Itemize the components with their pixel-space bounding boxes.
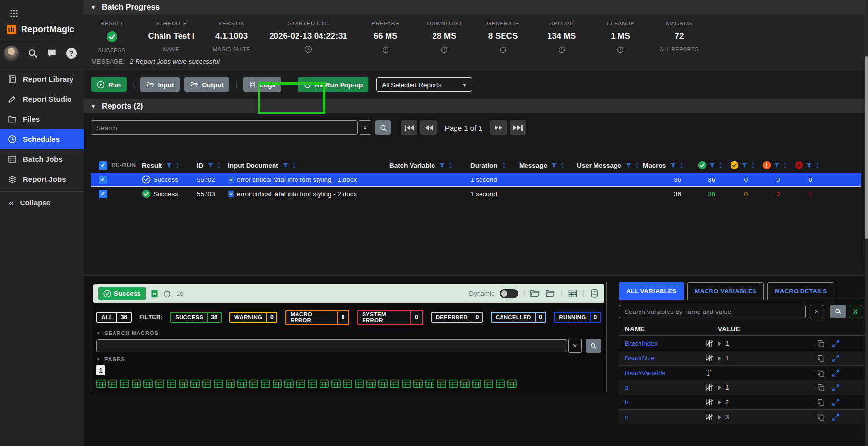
variable-name-link[interactable]: BatchSize [619,355,700,362]
clear-macro-search-button[interactable]: × [568,339,582,353]
macro-result-icon[interactable] [155,379,164,388]
sort-icon[interactable] [679,162,684,169]
filter-funnel-icon[interactable] [806,162,812,169]
rerun-checkbox[interactable]: ✓ [99,190,107,198]
macro-result-icon[interactable] [320,379,329,388]
macro-result-icon[interactable] [226,379,235,388]
folder-open-icon[interactable] [545,289,555,299]
export-excel-button[interactable]: X [849,305,862,318]
macro-result-icon[interactable] [237,379,247,388]
column-header-status-warning[interactable] [728,161,760,170]
macro-result-icon[interactable] [284,379,294,388]
search-macros-section[interactable]: ▼ SEARCH MACROS [91,328,606,337]
macro-result-icon[interactable] [472,379,481,388]
table-view-icon[interactable] [568,289,578,298]
pages-section[interactable]: ▼ PAGES [91,355,606,363]
column-header-status-success[interactable] [696,161,728,170]
macro-result-icon[interactable] [167,379,176,388]
macro-result-icon[interactable] [460,379,470,388]
macro-result-icon[interactable] [296,379,305,388]
sidebar-item-schedules[interactable]: Schedules [0,129,84,149]
sidebar-item-report-studio[interactable]: Report Studio [0,89,84,109]
user-avatar[interactable] [4,46,19,61]
filter-funnel-icon[interactable] [774,162,780,169]
vertical-scrollbar[interactable] [865,0,868,446]
sort-icon[interactable] [216,162,222,169]
expand-icon[interactable] [832,413,840,421]
rerun-popup-button[interactable]: Re-Run Pop-up [298,77,368,92]
sort-icon[interactable] [291,162,297,169]
macro-result-icon[interactable] [190,379,200,388]
column-header-status-error[interactable] [760,161,793,170]
filter-funnel-icon[interactable] [741,162,748,169]
search-icon[interactable] [28,48,38,58]
sidebar-item-batch-jobs[interactable]: Batch Jobs [0,149,84,169]
sort-icon[interactable] [175,162,180,169]
copy-variable-button[interactable] [817,398,825,407]
copy-variable-button[interactable] [817,383,825,392]
macro-result-icon[interactable] [237,379,247,388]
macro-search-input[interactable] [96,339,567,352]
macro-result-icon[interactable] [214,379,223,388]
sort-icon[interactable] [815,162,820,169]
column-header-duration[interactable]: Duration [468,162,517,169]
column-header-re-run[interactable]: ✓RE-RUN [91,161,140,170]
expand-icon[interactable] [832,355,840,362]
sidebar-item-report-library[interactable]: Report Library [0,69,84,89]
variable-name-link[interactable]: BatchVariable [619,369,700,377]
copy-icon[interactable] [817,340,825,348]
sort-icon[interactable] [634,162,640,169]
macro-result-icon[interactable] [296,379,305,388]
sidebar-item-files[interactable]: Files [0,109,84,129]
search-button[interactable] [375,120,391,135]
macro-result-icon[interactable] [226,379,235,388]
macro-result-icon[interactable] [331,379,341,388]
help-icon[interactable]: ? [66,48,77,59]
column-header-result[interactable]: Result [140,162,195,169]
expand-caret-icon[interactable] [718,415,721,420]
brand[interactable]: ReportMagic [0,18,84,41]
macro-result-icon[interactable] [308,379,317,388]
column-header-batch-variable[interactable]: Batch Variable [388,162,468,169]
logs-button[interactable]: Logs [243,77,281,92]
sort-icon[interactable] [718,162,723,169]
run-button[interactable]: Run [91,77,127,92]
variable-name-link[interactable]: BatchIndex [619,340,700,347]
column-header-status-fatal[interactable] [793,161,825,170]
report-row-55703[interactable]: ✓Success55703werror critical fatal info … [91,187,861,201]
filter-funnel-icon[interactable] [282,162,289,169]
filter-funnel-icon[interactable] [551,162,557,169]
macro-result-icon[interactable] [484,379,493,388]
variable-name-link[interactable]: c [619,413,700,421]
column-header-user-message[interactable]: User Message [575,162,641,169]
macro-result-icon[interactable] [355,379,364,388]
macro-result-icon[interactable] [449,379,458,388]
filter-badge-cancelled[interactable]: CANCELLED0 [491,312,547,323]
copy-icon[interactable] [817,369,825,377]
expand-caret-icon[interactable] [718,385,721,390]
macro-result-icon[interactable] [320,379,329,388]
previous-page-button[interactable] [420,120,437,135]
macro-result-icon[interactable] [378,379,388,388]
macro-result-icon[interactable] [143,379,153,388]
output-button[interactable]: Output [184,77,229,92]
macro-result-icon[interactable] [484,379,493,388]
clear-search-button[interactable]: × [359,120,371,135]
sidebar-item-report-jobs[interactable]: Report Jobs [0,169,84,189]
variable-row-batchvariable[interactable]: BatchVariableT [619,365,865,380]
variable-row-batchsize[interactable]: BatchSize1 [619,351,865,365]
macro-result-icon[interactable] [343,379,352,388]
page-number-button[interactable]: 1 [96,365,105,375]
macro-result-icon[interactable] [273,379,282,388]
database-icon[interactable] [590,289,599,298]
macro-result-icon[interactable] [202,379,211,388]
last-page-button[interactable] [510,120,526,135]
copy-icon[interactable] [817,399,825,406]
macro-result-icon[interactable] [402,379,411,388]
filter-funnel-icon[interactable] [625,162,632,169]
sort-icon[interactable] [750,162,755,169]
variable-row-batchindex[interactable]: BatchIndex1 [619,336,865,351]
report-row-55702[interactable]: ✓Success55702werror critical fatal info … [91,173,861,187]
expand-variable-button[interactable] [832,354,840,363]
copy-icon[interactable] [817,384,825,392]
